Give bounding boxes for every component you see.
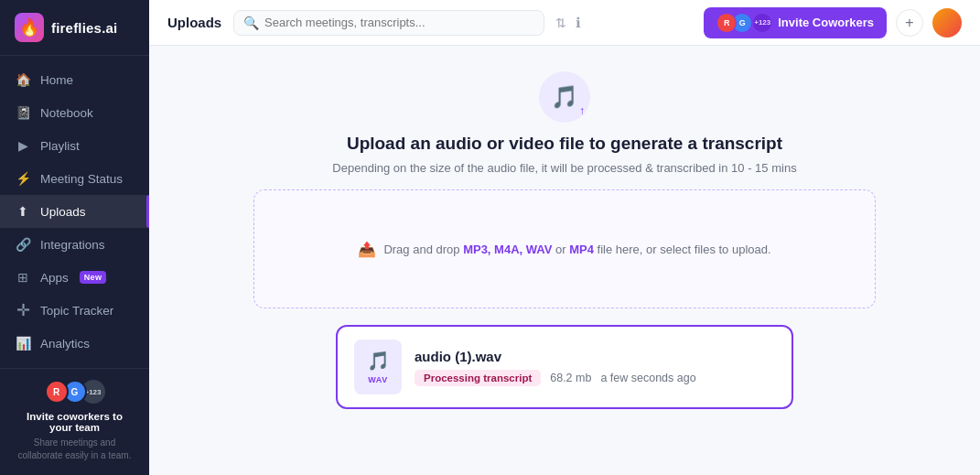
add-button[interactable]: + [896,9,923,37]
playlist-icon: ▶ [15,137,31,154]
header-right: R G +123 Invite Coworkers + [704,7,962,38]
sidebar-item-label: Uploads [40,205,86,219]
sidebar-item-home[interactable]: 🏠 Home [0,63,149,96]
filter-icon[interactable]: ⇅ [555,16,566,30]
invite-coworkers-button[interactable]: R G +123 Invite Coworkers [704,7,887,38]
invite-coworkers-title: Invite coworkers to your team [15,411,135,433]
analytics-icon: 📊 [15,335,31,351]
sidebar-item-integrations[interactable]: 🔗 Integrations [0,228,149,261]
file-card: 🎵 WAV audio (1).wav Processing transcrip… [336,325,793,409]
drop-zone[interactable]: 📤 Drag and drop MP3, M4A, WAV or MP4 fil… [253,189,876,308]
app-name: fireflies.ai [51,20,117,36]
logo-icon: 🔥 [15,13,44,42]
header-avatar-r: R [716,13,737,33]
drop-upload-icon: 📤 [358,241,376,258]
sidebar-item-meeting-status[interactable]: ⚡ Meeting Status [0,162,149,195]
sidebar-item-team[interactable]: 👤 Team [0,360,149,368]
uploads-content: 🎵 ↑ Upload an audio or video file to gen… [149,46,980,475]
file-music-icon: 🎵 [367,350,390,372]
file-info: audio (1).wav Processing transcript 68.2… [415,349,775,386]
sidebar-item-topic-tracker[interactable]: ✛ Topic Tracker [0,294,149,327]
file-size: 68.2 mb [550,372,591,384]
sidebar-item-label: Playlist [40,139,80,153]
new-badge: New [80,271,106,284]
drop-zone-text: Drag and drop MP3, M4A, WAV or MP4 file … [383,243,770,256]
sidebar-item-label: Home [40,73,73,87]
home-icon: 🏠 [15,71,31,88]
upload-arrow-icon: ↑ [579,104,585,117]
sidebar-item-label: Notebook [40,106,93,120]
page-title: Uploads [167,15,222,30]
file-time: a few seconds ago [600,372,695,384]
app-logo[interactable]: 🔥 fireflies.ai [0,0,149,56]
upload-hero: 🎵 ↑ Upload an audio or video file to gen… [332,46,796,189]
meeting-status-icon: ⚡ [15,170,31,187]
notebook-icon: 📓 [15,104,31,121]
apps-icon: ⊞ [15,269,31,286]
sidebar-item-uploads[interactable]: ⬆ Uploads [0,195,149,228]
format-mp4: MP4 [569,243,594,256]
sidebar-item-analytics[interactable]: 📊 Analytics [0,327,149,360]
invite-area: R G +123 Invite coworkers to your team S… [15,380,135,462]
file-name: audio (1).wav [415,349,775,364]
sidebar-bottom: R G +123 Invite coworkers to your team S… [0,368,149,475]
upload-subtitle: Depending on the size of the audio file,… [332,161,796,175]
sidebar-item-notebook[interactable]: 📓 Notebook [0,96,149,129]
sidebar-nav: 🏠 Home 📓 Notebook ▶ Playlist ⚡ Meeting S… [0,56,149,368]
search-bar[interactable]: 🔍 [233,10,544,36]
sidebar-item-label: Integrations [40,238,105,252]
sidebar-item-playlist[interactable]: ▶ Playlist [0,129,149,162]
header: Uploads 🔍 ⇅ ℹ R G +123 Invite Coworkers … [149,0,980,46]
processing-badge: Processing transcript [415,370,541,386]
avatar-r: R [45,380,69,404]
uploads-icon: ⬆ [15,203,31,220]
invite-btn-avatars: R G +123 [716,13,772,33]
file-type-label: WAV [368,375,387,384]
integrations-icon: 🔗 [15,236,31,253]
upload-title: Upload an audio or video file to generat… [347,134,782,154]
info-icon[interactable]: ℹ [576,15,581,31]
sidebar-item-label: Analytics [40,337,90,351]
search-icon: 🔍 [243,16,259,30]
file-icon-box: 🎵 WAV [354,340,402,394]
search-input[interactable] [264,16,534,29]
file-meta: Processing transcript 68.2 mb a few seco… [415,370,775,386]
sidebar-item-label: Topic Tracker [40,304,113,318]
avatar-group: R G +123 [45,380,105,404]
topic-tracker-icon: ✛ [15,302,31,318]
user-avatar[interactable] [932,8,962,38]
invite-btn-label: Invite Coworkers [778,16,874,29]
header-avatar-count: +123 [752,13,772,33]
header-icons: ⇅ ℹ [555,15,581,31]
sidebar-item-label: Apps [40,271,69,285]
sidebar: 🔥 fireflies.ai 🏠 Home 📓 Notebook ▶ Playl… [0,0,149,475]
invite-coworkers-subtitle: Share meetings and collaborate easily in… [15,437,135,462]
main-content: Uploads 🔍 ⇅ ℹ R G +123 Invite Coworkers … [149,0,980,475]
upload-icon-circle: 🎵 ↑ [539,71,590,123]
sidebar-item-label: Meeting Status [40,172,123,186]
format-mp3: MP3, M4A, WAV [463,243,552,256]
sidebar-item-apps[interactable]: ⊞ Apps New [0,261,149,294]
